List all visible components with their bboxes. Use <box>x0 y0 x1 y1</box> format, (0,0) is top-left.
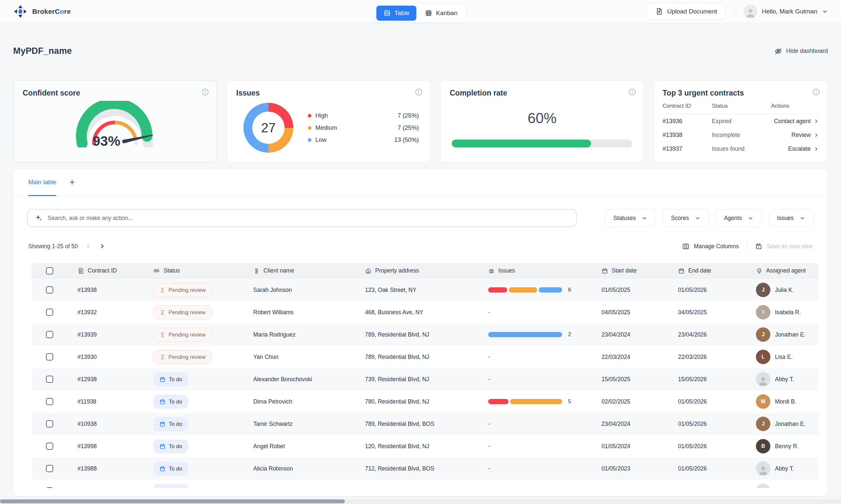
issues-card: Issues 27 High 7 (25%) Medium 7 (25%) Lo… <box>227 80 431 163</box>
row-checkbox[interactable] <box>46 286 53 293</box>
table-row[interactable]: To do <box>32 480 818 488</box>
table-row[interactable]: #13988 To do Alicia Robinson 712, Reside… <box>32 457 818 480</box>
eye-off-icon <box>774 47 783 55</box>
row-checkbox[interactable] <box>46 309 53 316</box>
select-all-checkbox[interactable] <box>46 267 53 274</box>
manage-columns-button[interactable]: Manage Columns <box>682 242 739 250</box>
table-row[interactable]: #13932 Pending review Robert Williams 46… <box>32 301 818 323</box>
urgent-contract-id: #13937 <box>663 145 712 152</box>
info-icon[interactable] <box>812 88 820 96</box>
urgent-contracts-card: Top 3 urgent contracts Contract ID Statu… <box>654 80 828 163</box>
table-row[interactable]: #13930 Pending review Yan Chun 789, Resi… <box>32 346 818 368</box>
issues-bar <box>488 399 562 404</box>
urgent-action-button[interactable]: Escalate <box>771 145 819 152</box>
row-checkbox[interactable] <box>46 443 53 450</box>
row-checkbox[interactable] <box>46 376 53 383</box>
issues-cell: - <box>472 443 585 450</box>
filter-statuses[interactable]: Statuses <box>605 209 656 227</box>
start-date-cell: 23/04/2024 <box>585 331 662 338</box>
column-header-contract-id[interactable]: Contract ID <box>61 267 137 274</box>
info-icon[interactable] <box>415 88 423 96</box>
filter-agents[interactable]: Agents <box>716 209 762 227</box>
horizontal-scrollbar-thumb[interactable] <box>0 499 345 503</box>
row-checkbox[interactable] <box>46 398 53 405</box>
contracts-table: Contract IDStatusClient nameProperty add… <box>32 263 818 488</box>
table-row[interactable]: #13939 Pending review Maria Rodriguez 78… <box>32 323 818 346</box>
row-checkbox-cell <box>32 398 61 405</box>
legend-value: 13 (50%) <box>394 136 419 143</box>
row-checkbox[interactable] <box>46 353 53 361</box>
status-cell: Pending review <box>137 350 237 364</box>
agent-name: Mordi B. <box>775 398 796 405</box>
row-checkbox[interactable] <box>46 487 53 488</box>
table-row[interactable]: #10938 To do Tamir Schwartz 789, Residen… <box>32 413 818 435</box>
table-row[interactable]: #11938 To do Dima Petrovich 780, Residen… <box>32 390 818 413</box>
column-header-assigned-agent[interactable]: Assigned agent <box>739 267 818 274</box>
issues-cell: 6 <box>472 287 585 293</box>
table-row[interactable]: #12938 To do Alexander Borochovski 739, … <box>32 368 818 390</box>
agent-avatar: J <box>756 327 770 342</box>
filter-scores[interactable]: Scores <box>662 209 708 227</box>
user-icon <box>253 268 260 274</box>
save-view-button[interactable]: Save as new view <box>755 242 813 250</box>
hide-dashboard-button[interactable]: Hide dashboard <box>774 47 828 55</box>
issues-count: 6 <box>568 287 571 293</box>
issues-cell: - <box>472 376 585 383</box>
contract-id-cell: #11938 <box>61 398 137 405</box>
row-checkbox-cell <box>32 286 61 293</box>
table-view-button[interactable]: Table <box>376 5 417 21</box>
start-date-cell: 01/05/2025 <box>585 287 662 293</box>
column-header-end-date[interactable]: End date <box>662 267 739 274</box>
row-checkbox[interactable] <box>46 331 53 338</box>
upload-document-button[interactable]: Upload Document <box>647 3 726 20</box>
row-checkbox-cell <box>32 465 61 472</box>
property-address-cell: 789, Residential Blvd, NJ <box>349 354 472 361</box>
table-row[interactable]: #13938 Pending review Sarah Johnson 123,… <box>32 279 818 301</box>
issues-body: 27 High 7 (25%) Medium 7 (25%) Low 13 (5… <box>236 103 421 153</box>
user-menu[interactable]: Hello, Mark Gutman <box>743 5 828 18</box>
assigned-agent-cell: Abby T. <box>739 461 818 476</box>
issues-segment <box>509 287 537 292</box>
nav-right: Upload Document Hello, Mark Gutman <box>647 3 828 20</box>
row-checkbox[interactable] <box>46 420 53 428</box>
agent-name: Lisa E. <box>775 354 793 361</box>
agent-name: Isabela R. <box>775 309 801 316</box>
completion-progress-bar <box>452 140 632 147</box>
column-header-property-address[interactable]: Property address <box>349 267 472 274</box>
status-cell: To do <box>137 372 237 386</box>
filter-issues[interactable]: Issues <box>768 209 814 227</box>
kanban-view-button[interactable]: Kanban <box>418 5 465 21</box>
column-header-issues[interactable]: Issues <box>472 267 585 274</box>
urgent-action-button[interactable]: Review <box>771 132 819 139</box>
contract-id-cell: #10938 <box>61 420 137 428</box>
add-tab-button[interactable]: + <box>69 178 74 187</box>
issues-legend: High 7 (25%) Medium 7 (25%) Low 13 (50%) <box>308 112 419 143</box>
tab-main-table[interactable]: Main table <box>28 168 56 196</box>
completion-progress-fill <box>452 140 591 147</box>
column-header-start-date[interactable]: Start date <box>585 267 662 274</box>
client-name-cell: Alexander Borochovski <box>237 376 349 383</box>
row-checkbox-cell <box>32 376 61 383</box>
issues-segment <box>488 399 509 404</box>
bug-icon <box>488 268 495 274</box>
calendar-icon <box>601 268 608 274</box>
table-row[interactable]: #13998 To do Angel Robet 120, Residentia… <box>32 435 818 457</box>
urgent-action-button[interactable]: Contact agent <box>771 118 819 125</box>
end-date-cell: 22/03/2026 <box>662 354 739 361</box>
contract-id-cell: #13988 <box>61 465 137 472</box>
search-input[interactable] <box>48 215 569 222</box>
hourglass-icon <box>160 310 165 315</box>
info-icon[interactable] <box>628 88 636 96</box>
row-checkbox[interactable] <box>46 465 53 472</box>
info-icon[interactable] <box>201 88 209 96</box>
issues-count: 2 <box>568 331 571 338</box>
column-header-status[interactable]: Status <box>137 267 237 274</box>
next-page-button[interactable] <box>99 243 105 250</box>
prev-page-button[interactable] <box>85 243 92 250</box>
urgent-table-body: #13936 Expired Contact agent #13938 Inco… <box>663 114 819 156</box>
column-header-client-name[interactable]: Client name <box>237 267 349 274</box>
urgent-contracts-title: Top 3 urgent contracts <box>663 89 819 97</box>
select-all-checkbox-cell <box>32 267 61 274</box>
issues-segment <box>539 287 562 292</box>
issues-cell: - <box>472 309 585 316</box>
